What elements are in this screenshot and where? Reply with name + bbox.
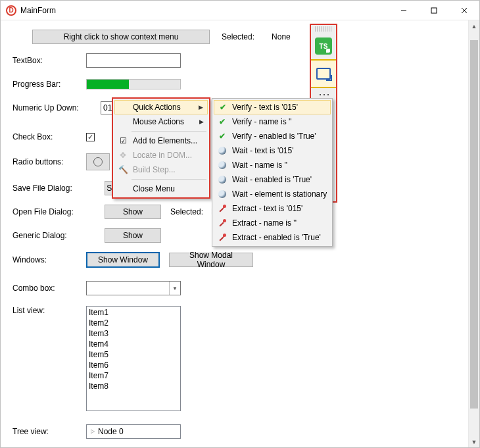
menu-label: Quick Actions <box>133 103 181 112</box>
radio-circle-icon <box>93 157 103 166</box>
menu-label: Wait - enabled is 'True' <box>232 175 312 184</box>
list-item[interactable]: Item3 <box>89 328 178 339</box>
dock-grip[interactable] <box>315 26 332 32</box>
add-element-icon: ☑ <box>118 136 128 145</box>
menu-locate-in-dom: ✥ Locate in DOM... <box>114 148 208 162</box>
submenu-extract-text[interactable]: Extract - text is '015' <box>214 201 331 216</box>
submenu-arrow-icon: ▶ <box>199 118 204 125</box>
globe-icon <box>218 190 227 198</box>
treeview-label: Tree view: <box>12 427 86 436</box>
generic-dialog-label: Generic Dialog: <box>12 231 105 240</box>
check-icon: ✔ <box>218 117 227 126</box>
locate-icon: ✥ <box>118 151 128 160</box>
scroll-down-button[interactable]: ▼ <box>469 436 479 447</box>
submenu-wait-text[interactable]: Wait - text is '015' <box>214 143 331 158</box>
save-dialog-label: Save File Dialog: <box>12 184 105 193</box>
menu-quick-actions[interactable]: Quick Actions ▶ <box>114 100 208 114</box>
checkbox-input[interactable]: ✓ <box>86 133 95 141</box>
close-button[interactable] <box>449 1 479 20</box>
menu-label: Mouse Actions <box>133 117 184 126</box>
submenu-wait-name[interactable]: Wait - name is '' <box>214 158 331 172</box>
numeric-label: Numeric Up Down: <box>12 103 101 112</box>
vertical-scrollbar[interactable]: ▲ ▼ <box>468 20 479 447</box>
list-item[interactable]: Item2 <box>89 318 178 328</box>
list-item[interactable]: Item8 <box>89 381 178 391</box>
selected-value: None <box>272 32 291 41</box>
menu-build-step: 🔨 Build Step... <box>114 162 208 177</box>
submenu-wait-stationary[interactable]: Wait - element is stationary <box>214 187 331 201</box>
selected-label: Selected: <box>222 32 254 41</box>
menu-label: Extract - enabled is 'True' <box>232 233 321 242</box>
list-item[interactable]: Item1 <box>89 307 178 318</box>
radio-option-frame[interactable] <box>86 153 110 170</box>
textbox-input[interactable] <box>86 53 181 68</box>
globe-icon <box>218 161 227 169</box>
progress-label: Progress Bar: <box>12 80 86 89</box>
submenu-verify-name[interactable]: ✔ Verify - name is '' <box>214 114 331 129</box>
maximize-button[interactable] <box>419 1 449 20</box>
list-item[interactable]: Item6 <box>89 360 178 370</box>
chevron-down-icon[interactable]: ▼ <box>169 282 180 295</box>
open-dialog-label: Open File Dialog: <box>12 207 105 216</box>
submenu-arrow-icon: ▶ <box>199 104 203 111</box>
globe-icon <box>218 147 227 155</box>
hammer-icon: 🔨 <box>118 165 128 174</box>
quick-actions-submenu: ✔ Verify - text is '015' ✔ Verify - name… <box>212 98 333 247</box>
checkbox-label: Check Box: <box>12 132 86 141</box>
pin-icon <box>218 205 227 212</box>
submenu-extract-enabled[interactable]: Extract - enabled is 'True' <box>214 230 331 245</box>
menu-label: Verify - text is '015' <box>232 103 298 112</box>
svg-rect-1 <box>431 8 437 13</box>
title-bar: D MainForm <box>1 1 479 20</box>
menu-add-to-elements[interactable]: ☑ Add to Elements... <box>114 134 208 148</box>
globe-icon <box>218 176 227 184</box>
list-item[interactable]: Item4 <box>89 339 178 349</box>
menu-label: Extract - name is '' <box>232 218 297 228</box>
menu-label: Wait - name is '' <box>232 161 287 170</box>
list-item[interactable]: Item5 <box>89 349 178 360</box>
progress-bar <box>86 79 181 89</box>
check-icon: ✔ <box>218 103 228 112</box>
menu-label: Add to Elements... <box>133 136 197 145</box>
menu-close[interactable]: Close Menu <box>114 182 208 196</box>
open-dialog-show-button[interactable]: Show <box>105 205 161 219</box>
menu-label: Close Menu <box>133 184 175 193</box>
radio-label: Radio buttons: <box>12 157 86 166</box>
list-view[interactable]: Item1 Item2 Item3 Item4 Item5 Item6 Item… <box>86 306 181 411</box>
scroll-up-button[interactable]: ▲ <box>469 20 479 32</box>
submenu-wait-enabled[interactable]: Wait - enabled is 'True' <box>214 172 331 187</box>
window-title: MainForm <box>20 6 56 15</box>
context-menu: Quick Actions ▶ Mouse Actions ▶ ☑ Add to… <box>112 97 210 199</box>
combo-value <box>87 282 169 295</box>
combo-box[interactable]: ▼ <box>86 281 181 295</box>
highlight-element-icon <box>316 68 331 80</box>
generic-dialog-show-button[interactable]: Show <box>105 228 161 243</box>
list-item[interactable]: Item7 <box>89 370 178 381</box>
app-window: D MainForm Right click to show context m… <box>0 0 480 448</box>
menu-separator <box>132 179 206 180</box>
tree-expand-icon[interactable]: ▷ <box>89 429 95 435</box>
tree-node-label[interactable]: Node 0 <box>98 427 124 436</box>
textbox-label: TextBox: <box>12 56 86 65</box>
menu-label: Extract - text is '015' <box>232 204 302 213</box>
listview-label: List view: <box>12 306 86 315</box>
open-selected-label: Selected: <box>170 207 203 216</box>
show-window-button[interactable]: Show Window <box>86 252 160 268</box>
pin-icon <box>218 219 227 227</box>
dock-item-test-studio[interactable]: TS <box>311 33 336 59</box>
menu-label: Wait - element is stationary <box>232 189 327 199</box>
submenu-verify-enabled[interactable]: ✔ Verify - enabled is 'True' <box>214 129 331 143</box>
dock-item-highlight[interactable] <box>311 61 336 87</box>
menu-label: Verify - name is '' <box>232 117 292 126</box>
submenu-verify-text[interactable]: ✔ Verify - text is '015' <box>214 100 331 114</box>
menu-mouse-actions[interactable]: Mouse Actions ▶ <box>114 114 208 129</box>
menu-label: Wait - text is '015' <box>232 146 294 155</box>
tree-view[interactable]: ▷ Node 0 <box>86 424 181 439</box>
show-modal-window-button[interactable]: Show Modal Window <box>169 253 253 267</box>
progress-fill <box>87 80 129 89</box>
submenu-extract-name[interactable]: Extract - name is '' <box>214 216 331 230</box>
scroll-thumb[interactable] <box>470 40 478 409</box>
minimize-button[interactable] <box>389 1 419 20</box>
menu-label: Verify - enabled is 'True' <box>232 132 316 141</box>
context-menu-button[interactable]: Right click to show context menu <box>32 30 210 44</box>
